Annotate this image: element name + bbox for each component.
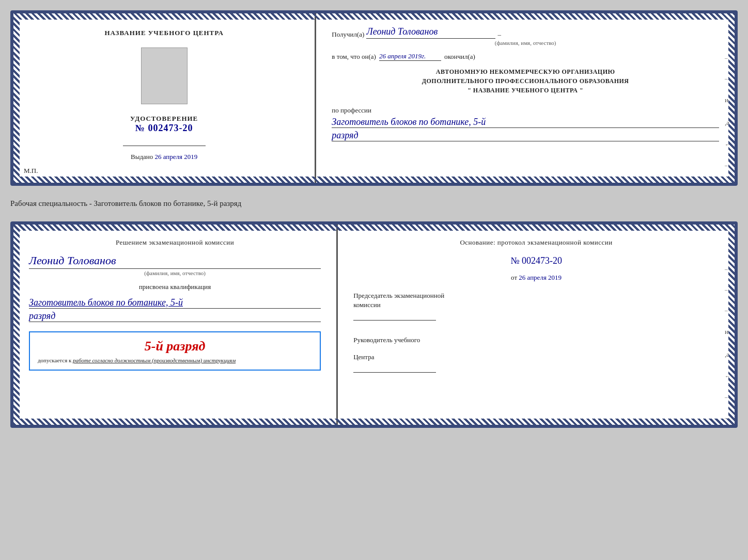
vtom-prefix: в том, что он(а) [332, 53, 376, 61]
profess-label: по профессии [332, 106, 371, 114]
lower-cert-left: Решением экзаменационной комиссии Леонид… [13, 225, 338, 425]
dopusk-text: работе согласно должностным (производств… [73, 357, 236, 363]
avtonom-quotes: " НАЗВАНИЕ УЧЕБНОГО ЦЕНТРА " [332, 86, 719, 95]
osnovanie-text: Основание: протокол экзаменационной коми… [353, 237, 719, 248]
signature-line-left [123, 146, 206, 146]
lower-right-edge-marks: – – – и ,а ← – – – [725, 266, 730, 428]
predsedatel-line1: Председатель экзаменационной [353, 291, 719, 300]
kvalif-block: Заготовитель блоков по ботанике, 5-й раз… [29, 295, 321, 322]
fio-subtext-lower: (фамилия, имя, отчество) [29, 270, 321, 276]
sign-line-rukovod [353, 372, 436, 373]
vydano-line: Выдано 26 апреля 2019 [131, 153, 197, 161]
photo-placeholder [141, 47, 188, 104]
poluchil-line: Получил(а) Леонид Толованов – [332, 26, 719, 39]
upper-cert-right: Получил(а) Леонид Толованов – (фамилия, … [316, 13, 735, 183]
profess-block: по профессии Заготовитель блоков по бота… [332, 105, 719, 141]
avtonom-block: АВТОНОМНУЮ НЕКОММЕРЧЕСКУЮ ОРГАНИЗАЦИЮ ДО… [332, 67, 719, 95]
avtonom-line1: АВТОНОМНУЮ НЕКОММЕРЧЕСКУЮ ОРГАНИЗАЦИЮ [332, 67, 719, 76]
page-wrapper: НАЗВАНИЕ УЧЕБНОГО ЦЕНТРА УДОСТОВЕРЕНИЕ №… [10, 10, 738, 428]
rukovod-block: Руководитель учебного Центра [353, 328, 719, 375]
razryad-lower: разряд [29, 311, 321, 322]
profess-value: Заготовитель блоков по ботанике, 5-й [332, 117, 719, 128]
prisvoena-text: присвоена квалификация [29, 283, 321, 291]
komissia-block: Леонид Толованов (фамилия, имя, отчество… [29, 252, 321, 276]
udost-number: № 002473-20 [130, 123, 198, 134]
poluchil-prefix: Получил(а) [332, 30, 364, 39]
vydano-date: 26 апреля 2019 [155, 153, 198, 161]
proto-date: от 26 апреля 2019 [353, 274, 719, 282]
right-edge-marks: – – и ,а ← – – – [725, 55, 730, 186]
lower-cert-right: Основание: протокол экзаменационной коми… [338, 225, 735, 425]
poluchil-name: Леонид Толованов [366, 26, 495, 39]
razryad-value-upper: разряд [332, 130, 719, 141]
upper-certificate: НАЗВАНИЕ УЧЕБНОГО ЦЕНТРА УДОСТОВЕРЕНИЕ №… [10, 10, 738, 186]
ot-label: от [511, 274, 517, 281]
komissia-name: Леонид Толованов [29, 254, 321, 269]
dopusk-prefix: допускается к [38, 357, 71, 363]
predsedatel-line2: комиссии [353, 300, 719, 310]
sign-line-predsedatel [353, 320, 436, 321]
proto-number: № 002473-20 [353, 255, 719, 266]
okonchill: окончил(а) [444, 53, 475, 61]
dopuskaetsya-text: допускается к работе согласно должностны… [38, 357, 312, 363]
upper-cert-left: НАЗВАНИЕ УЧЕБНОГО ЦЕНТРА УДОСТОВЕРЕНИЕ №… [13, 13, 316, 183]
lower-certificate: Решением экзаменационной комиссии Леонид… [10, 221, 738, 428]
udost-block: УДОСТОВЕРЕНИЕ № 002473-20 [130, 115, 198, 134]
udost-label: УДОСТОВЕРЕНИЕ [130, 115, 198, 123]
vtom-line: в том, что он(а) 26 апреля 2019г. окончи… [332, 52, 719, 61]
avtonom-line2: ДОПОЛНИТЕЛЬНОГО ПРОФЕССИОНАЛЬНОГО ОБРАЗО… [332, 76, 719, 86]
rukovod-line2: Центра [353, 353, 719, 362]
rukovod-line1: Руководитель учебного [353, 335, 719, 345]
kvalif-value: Заготовитель блоков по ботанике, 5-й [29, 297, 321, 309]
upper-left-title: НАЗВАНИЕ УЧЕБНОГО ЦЕНТРА [104, 29, 224, 37]
specialty-separator: Рабочая специальность - Заготовитель бло… [10, 195, 738, 212]
vydano-label: Выдано [131, 153, 153, 161]
stamp-rank: 5-й разряд [38, 339, 312, 354]
fio-subtext-upper: (фамилия, имя, отчество) [332, 40, 719, 46]
mp-label: М.П. [24, 167, 38, 175]
resheniem-text: Решением экзаменационной комиссии [29, 237, 321, 248]
ot-date: 26 апреля 2019 [519, 274, 562, 281]
vtom-date: 26 апреля 2019г. [379, 52, 441, 61]
poluchil-block: Получил(а) Леонид Толованов – (фамилия, … [332, 24, 719, 46]
predsedatel-block: Председатель экзаменационной комиссии [353, 291, 719, 323]
stamp-box: 5-й разряд допускается к работе согласно… [29, 331, 321, 371]
